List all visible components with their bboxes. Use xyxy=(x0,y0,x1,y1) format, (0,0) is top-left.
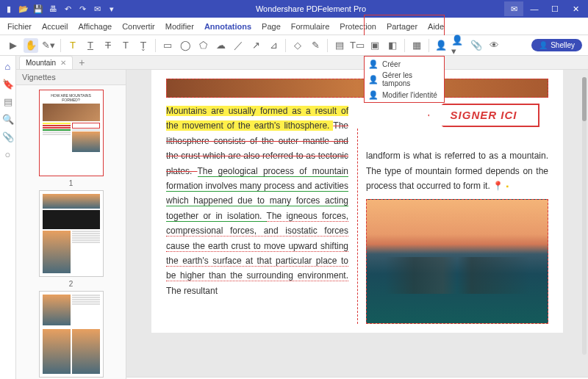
search-icon[interactable]: 🔍 xyxy=(2,113,14,125)
menu-view[interactable]: Affichage xyxy=(78,22,112,31)
menu-page[interactable]: Page xyxy=(262,22,281,31)
menu-bar: Fichier Accueil Affichage Convertir Modi… xyxy=(0,18,588,35)
sticky-note-icon[interactable]: ▪ xyxy=(506,182,509,190)
user-name: Shelley xyxy=(551,41,575,49)
thumbnail-page-3[interactable] xyxy=(39,291,104,378)
menu-edit[interactable]: Modifier xyxy=(165,22,194,31)
pencil-icon[interactable]: ✎ xyxy=(308,38,323,53)
dropdown-label: Gérer les tampons xyxy=(382,71,440,87)
dropdown-label: Modifier l'identité xyxy=(382,91,437,99)
fields-icon[interactable]: ○ xyxy=(2,148,14,160)
left-sidebar: ⌂ 🔖 ▤ 🔍 📎 ○ xyxy=(0,56,16,379)
chevron-down-icon[interactable]: ▾ xyxy=(106,3,118,15)
menu-annotations[interactable]: Annotations xyxy=(204,22,251,31)
notification-icon[interactable]: ✉ xyxy=(504,1,523,16)
app-title: Wondershare PDFelement Pro xyxy=(118,4,504,13)
document-tab[interactable]: Mountain ✕ xyxy=(19,56,73,69)
callout-icon[interactable]: ◧ xyxy=(385,38,400,53)
typewriter-icon[interactable]: T▭ xyxy=(350,38,365,53)
separator xyxy=(285,39,286,52)
mail-icon[interactable]: ✉ xyxy=(91,3,103,15)
underline-icon[interactable]: T xyxy=(83,38,98,53)
annotation-toolbar: ▶ ✋ ✎▾ T T T T T̬ ▭ ◯ ⬠ ☁ ／ ↗ ⊿ ◇ ✎ ▤ T▭… xyxy=(0,35,588,56)
person-gear-icon: 👤 xyxy=(369,75,378,84)
header-image[interactable] xyxy=(166,79,548,98)
pin-icon[interactable]: 📍 xyxy=(492,181,503,191)
edit-tool-icon[interactable]: ✎▾ xyxy=(41,38,56,53)
select-tool-icon[interactable]: ▶ xyxy=(6,38,21,53)
stamp-annotation[interactable]: SIGNER ICI xyxy=(428,104,539,127)
separator xyxy=(429,39,429,52)
rectangle-icon[interactable]: ▭ xyxy=(160,38,175,53)
cloud-icon[interactable]: ☁ xyxy=(213,38,228,53)
column-guide xyxy=(357,129,358,324)
highlighted-text[interactable]: Mountains are usually formed as a result… xyxy=(166,106,348,131)
menu-form[interactable]: Formulaire xyxy=(291,22,330,31)
document-viewport: Mountains are usually formed as a result… xyxy=(126,70,588,379)
thumbnail-page-2[interactable] xyxy=(39,190,104,277)
undo-icon[interactable]: ↶ xyxy=(62,3,74,15)
thumbnail-page-1[interactable]: HOW ARE MOUNTAINS FORMED? xyxy=(39,90,104,176)
save-icon[interactable]: 💾 xyxy=(32,3,44,15)
dropdown-item-manage[interactable]: 👤 Gérer les tampons xyxy=(365,70,444,89)
minimize-button[interactable]: ― xyxy=(525,1,544,16)
close-button[interactable]: ✕ xyxy=(566,1,585,16)
app-icon: ▮ xyxy=(3,3,15,15)
stamp-dropdown-icon[interactable]: 👤▾ xyxy=(451,38,466,53)
distance-icon[interactable]: ⊿ xyxy=(266,38,281,53)
oval-icon[interactable]: ◯ xyxy=(178,38,193,53)
separator xyxy=(404,39,405,52)
thumb-number: 2 xyxy=(69,280,74,288)
content-image[interactable] xyxy=(366,199,548,324)
separator xyxy=(60,39,61,52)
hand-tool-icon[interactable]: ✋ xyxy=(24,38,38,53)
tab-close-icon[interactable]: ✕ xyxy=(60,59,66,67)
menu-convert[interactable]: Convertir xyxy=(122,22,155,31)
stamp-dropdown-highlight xyxy=(364,15,445,35)
bookmarks-icon[interactable]: 🔖 xyxy=(2,78,14,90)
stamp-person-icon[interactable]: 👤 xyxy=(434,38,448,53)
document-scroll[interactable]: Mountains are usually formed as a result… xyxy=(126,70,588,377)
pdf-page: Mountains are usually formed as a result… xyxy=(151,70,563,333)
note-icon[interactable]: ▤ xyxy=(332,38,347,53)
arrow-shape: SIGNER ICI xyxy=(428,104,539,127)
workspace: Mountain ✕ + Vignettes HOW ARE MOUNTAINS… xyxy=(16,56,588,379)
person-edit-icon: 👤 xyxy=(369,90,378,99)
redo-icon[interactable]: ↷ xyxy=(76,3,88,15)
textbox-icon[interactable]: ▣ xyxy=(368,38,382,53)
thumbnails-icon[interactable]: ⌂ xyxy=(2,60,14,72)
eraser-icon[interactable]: ◇ xyxy=(290,38,305,53)
window-controls: ✉ ― ☐ ✕ xyxy=(504,1,585,16)
menu-file[interactable]: Fichier xyxy=(7,22,32,31)
squiggly-icon[interactable]: T xyxy=(118,38,133,53)
quick-access-toolbar: ▮ 📂 💾 🖶 ↶ ↷ ✉ ▾ xyxy=(3,3,118,15)
print-icon[interactable]: 🖶 xyxy=(47,3,59,15)
line-icon[interactable]: ／ xyxy=(231,38,245,53)
hide-annotations-icon[interactable]: 👁 xyxy=(487,38,501,53)
polygon-icon[interactable]: ⬠ xyxy=(196,38,210,53)
strikethrough-icon[interactable]: T xyxy=(101,38,115,53)
dropdown-item-create[interactable]: 👤 Créer xyxy=(365,58,444,70)
dropdown-label: Créer xyxy=(382,60,401,68)
attachment-icon[interactable]: 📎 xyxy=(469,38,484,53)
stamp-dropdown-menu: 👤 Créer 👤 Gérer les tampons 👤 Modifier l… xyxy=(364,56,445,103)
highlight-icon[interactable]: T xyxy=(65,38,80,53)
menu-home[interactable]: Accueil xyxy=(42,22,68,31)
arrow-icon[interactable]: ↗ xyxy=(248,38,263,53)
stamp-text: SIGNER ICI xyxy=(451,106,517,125)
separator xyxy=(155,39,156,52)
maximize-button[interactable]: ☐ xyxy=(545,1,564,16)
dropdown-item-identity[interactable]: 👤 Modifier l'identité xyxy=(365,89,444,101)
attachments-panel-icon[interactable]: 📎 xyxy=(2,131,14,142)
thumbnail-list: HOW ARE MOUNTAINS FORMED? 1 xyxy=(16,85,126,379)
panel-title: Vignettes xyxy=(16,70,126,85)
vertical-scrollbar[interactable] xyxy=(582,77,587,355)
new-tab-button[interactable]: + xyxy=(76,57,87,68)
caret-icon[interactable]: T̬ xyxy=(136,38,151,53)
main-area: ⌂ 🔖 ▤ 🔍 📎 ○ Mountain ✕ + Vignettes HOW A… xyxy=(0,56,588,379)
open-icon[interactable]: 📂 xyxy=(18,3,29,15)
comments-icon[interactable]: ▤ xyxy=(2,95,14,107)
separator xyxy=(327,39,328,52)
user-badge[interactable]: 👤 Shelley xyxy=(531,39,582,51)
area-highlight-icon[interactable]: ▦ xyxy=(409,38,424,53)
